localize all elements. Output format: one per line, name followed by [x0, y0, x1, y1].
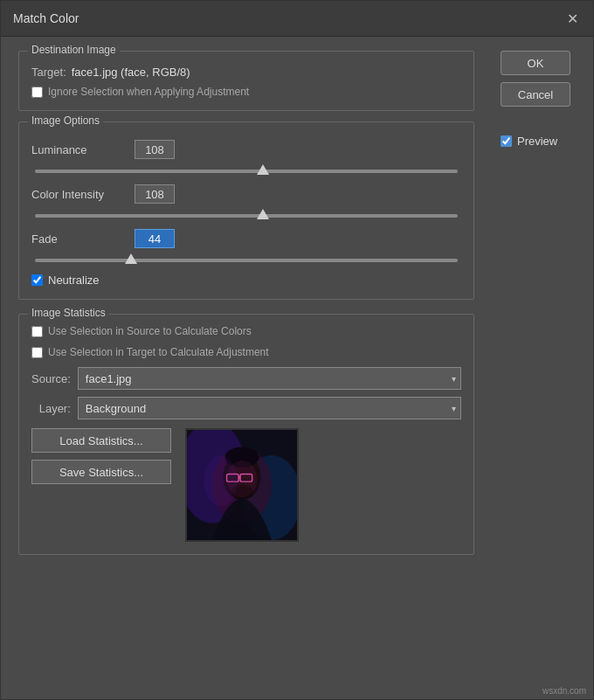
- neutralize-label: Neutralize: [48, 274, 100, 287]
- use-selection-source-label: Use Selection in Source to Calculate Col…: [48, 325, 252, 337]
- color-intensity-row: Color Intensity: [31, 184, 461, 204]
- use-selection-target-row: Use Selection in Target to Calculate Adj…: [31, 346, 461, 358]
- source-dropdown-wrapper: face1.jpg None ▾: [78, 367, 461, 390]
- use-selection-source-row: Use Selection in Source to Calculate Col…: [31, 325, 461, 337]
- preview-face-svg: [187, 428, 297, 542]
- source-layer-grid: Source: face1.jpg None ▾ Layer: Backgrou…: [31, 367, 461, 419]
- destination-section: Destination Image Target: face1.jpg (fac…: [18, 51, 474, 111]
- luminance-input[interactable]: [135, 140, 175, 159]
- luminance-group: Luminance: [31, 140, 461, 176]
- fade-slider-container: [31, 252, 461, 265]
- color-intensity-slider[interactable]: [35, 214, 458, 218]
- ok-button[interactable]: OK: [501, 51, 570, 75]
- cancel-button[interactable]: Cancel: [501, 82, 570, 107]
- luminance-row: Luminance: [31, 140, 461, 159]
- match-color-dialog: Match Color ✕ Destination Image Target: …: [0, 0, 594, 700]
- color-intensity-label: Color Intensity: [31, 188, 128, 201]
- svg-point-11: [204, 455, 238, 506]
- left-panel: Destination Image Target: face1.jpg (fac…: [1, 37, 488, 683]
- fade-slider[interactable]: [35, 259, 458, 262]
- right-panel: OK Cancel Preview: [488, 37, 593, 683]
- luminance-slider-container: [31, 163, 461, 176]
- fade-label: Fade: [31, 232, 128, 246]
- preview-label: Preview: [517, 135, 557, 148]
- neutralize-row: Neutralize: [31, 274, 461, 287]
- ignore-checkbox-label: Ignore Selection when Applying Adjustmen…: [48, 86, 249, 98]
- image-statistics-section: Image Statistics Use Selection in Source…: [18, 314, 474, 555]
- image-statistics-label: Image Statistics: [28, 307, 109, 319]
- preview-row: Preview: [501, 135, 581, 148]
- layer-dropdown[interactable]: Background Merged: [78, 397, 461, 419]
- stat-buttons-col: Load Statistics... Save Statistics...: [31, 428, 171, 542]
- load-statistics-button[interactable]: Load Statistics...: [31, 428, 171, 453]
- layer-label: Layer:: [31, 402, 71, 415]
- title-bar: Match Color ✕: [1, 1, 593, 37]
- image-options-section: Image Options Luminance Color Intensity: [18, 121, 474, 300]
- preview-image-inner: [187, 430, 297, 540]
- ignore-checkbox[interactable]: [31, 87, 43, 98]
- color-intensity-slider-container: [31, 207, 461, 220]
- neutralize-checkbox[interactable]: [31, 274, 43, 286]
- bottom-section: Load Statistics... Save Statistics...: [31, 428, 461, 542]
- dialog-title: Match Color: [13, 11, 79, 25]
- luminance-label: Luminance: [31, 143, 128, 156]
- fade-group: Fade: [31, 229, 461, 265]
- main-content: Destination Image Target: face1.jpg (fac…: [1, 37, 593, 683]
- use-selection-target-checkbox[interactable]: [31, 347, 43, 358]
- destination-section-label: Destination Image: [28, 44, 120, 56]
- fade-input[interactable]: [135, 229, 175, 248]
- save-statistics-button[interactable]: Save Statistics...: [31, 460, 171, 484]
- target-label: Target:: [31, 66, 66, 79]
- source-dropdown[interactable]: face1.jpg None: [78, 367, 461, 390]
- preview-image-container: [185, 428, 299, 542]
- luminance-slider[interactable]: [35, 170, 458, 173]
- use-selection-target-label: Use Selection in Target to Calculate Adj…: [48, 346, 269, 358]
- color-intensity-group: Color Intensity: [31, 184, 461, 220]
- color-intensity-input[interactable]: [135, 184, 175, 204]
- target-row: Target: face1.jpg (face, RGB/8): [31, 66, 461, 79]
- fade-row: Fade: [31, 229, 461, 248]
- source-label: Source:: [31, 372, 71, 385]
- close-button[interactable]: ✕: [563, 10, 581, 27]
- preview-checkbox[interactable]: [501, 135, 512, 147]
- target-value: face1.jpg (face, RGB/8): [72, 66, 190, 79]
- image-options-label: Image Options: [28, 114, 103, 127]
- ignore-checkbox-row: Ignore Selection when Applying Adjustmen…: [31, 86, 461, 98]
- use-selection-source-checkbox[interactable]: [31, 326, 43, 337]
- layer-dropdown-wrapper: Background Merged ▾: [78, 397, 461, 419]
- watermark: wsxdn.com: [1, 683, 593, 699]
